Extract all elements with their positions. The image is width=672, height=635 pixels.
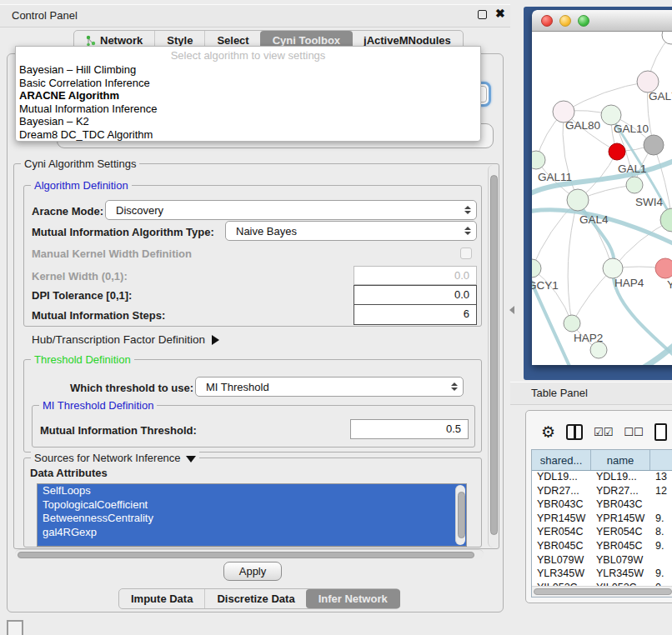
- table-cell: YBL079W: [532, 554, 591, 568]
- manual-kernel-width-checkbox[interactable]: [460, 248, 472, 259]
- tab-impute-data[interactable]: Impute Data: [119, 589, 204, 608]
- node-label-GAL1-label-node: GAL1: [618, 162, 647, 175]
- kernel-width-field[interactable]: 0.0: [354, 266, 477, 285]
- node-label-HAP4: HAP4: [614, 277, 644, 289]
- select-all-icon[interactable]: ☑☑: [594, 426, 613, 438]
- close-window-icon[interactable]: [541, 15, 553, 27]
- table-cell: YPR145W: [532, 512, 591, 527]
- dpi-tolerance-field[interactable]: 0.0: [354, 285, 477, 305]
- tab-discretize-data[interactable]: Discretize Data: [204, 589, 306, 608]
- tab-label: Network: [100, 34, 143, 47]
- mi-algorithm-type-combo[interactable]: Naive Bayes: [225, 221, 477, 241]
- tab-infer-network[interactable]: Infer Network: [306, 589, 400, 608]
- algorithm-popup-list: Bayesian – Hill ClimbingBasic Correlatio…: [16, 62, 480, 141]
- deselect-all-icon[interactable]: ☐☐: [624, 426, 643, 438]
- control-panel-title: Control Panel: [12, 9, 78, 22]
- close-panel-icon[interactable]: ✖: [495, 7, 505, 20]
- mi-algorithm-type-value: Naive Bayes: [236, 225, 297, 238]
- network-node-HAP4[interactable]: [603, 258, 623, 278]
- attribute-item[interactable]: SelfLoops: [38, 484, 466, 498]
- attribute-item[interactable]: TopologicalCoefficient: [38, 498, 466, 512]
- float-panel-icon[interactable]: [478, 10, 487, 19]
- table-cell: YDR27...: [532, 485, 591, 499]
- split-panel-icon[interactable]: [566, 424, 583, 440]
- table-cell: 13: [650, 471, 672, 485]
- network-node-GAL4[interactable]: [567, 189, 589, 211]
- table-row[interactable]: YBR045CYBR045C9.: [532, 540, 672, 554]
- table-cell: YDL19...: [591, 471, 650, 485]
- network-node-HAP2[interactable]: [564, 315, 580, 332]
- node-label-salmon-node: Y: [667, 278, 672, 291]
- mi-threshold-field[interactable]: 0.5: [350, 419, 469, 439]
- attribute-item[interactable]: BetweennessCentrality: [38, 512, 466, 526]
- mi-threshold-definition-title: MI Threshold Definition: [39, 399, 157, 412]
- node-table: shared...name YDL19...YDL19...13YDR27...…: [531, 449, 672, 598]
- settings-horizontal-scrollbar[interactable]: [15, 549, 484, 559]
- apply-button[interactable]: Apply: [223, 562, 282, 581]
- sources-title-text: Sources for Network Inference: [34, 452, 181, 464]
- algorithm-dropdown-popup: Select algorithm to view settings Bayesi…: [15, 46, 481, 142]
- attribute-item[interactable]: gal4RGexp: [38, 526, 466, 540]
- network-node-gray-node[interactable]: [644, 135, 664, 155]
- network-window-titlebar[interactable]: [532, 10, 672, 32]
- table-cell: YLR345W: [591, 568, 650, 582]
- network-node-GAL11[interactable]: [532, 151, 545, 169]
- network-node-salmon-node[interactable]: [655, 258, 672, 278]
- table-cell: YPR145W: [591, 512, 650, 527]
- table-horizontal-scrollbar[interactable]: [532, 586, 672, 597]
- node-label-GAL7: GAL7: [649, 90, 672, 102]
- aracne-mode-label: Aracne Mode:: [32, 205, 103, 218]
- table-cell: YER054C: [591, 526, 650, 540]
- mi-steps-label: Mutual Information Steps:: [32, 309, 165, 322]
- column-header[interactable]: [650, 450, 672, 470]
- network-node-big-green[interactable]: [660, 208, 672, 232]
- hub-definition-label: Hub/Transcription Factor Definition: [32, 333, 205, 346]
- file-icon[interactable]: [654, 423, 667, 441]
- node-label-GAL11: GAL11: [538, 171, 572, 183]
- network-node-red-node[interactable]: [609, 143, 625, 160]
- table-row[interactable]: YBR043CYBR043C: [532, 498, 672, 512]
- algorithm-option[interactable]: ARACNE Algorithm: [19, 89, 480, 102]
- which-threshold-combo[interactable]: MI Threshold: [195, 377, 464, 397]
- aracne-mode-combo[interactable]: Discovery: [105, 200, 477, 220]
- column-header[interactable]: name: [591, 450, 650, 470]
- panel-divider-handle[interactable]: [509, 306, 514, 314]
- minimize-window-icon[interactable]: [559, 15, 571, 27]
- algorithm-option[interactable]: Basic Correlation Inference: [19, 77, 480, 90]
- table-row[interactable]: YDL19...YDL19...13: [532, 471, 672, 485]
- network-node-bottom-partial[interactable]: [590, 342, 607, 358]
- network-edge-highlighted: [630, 333, 672, 365]
- network-node-SWI4[interactable]: [626, 177, 643, 193]
- algorithm-option[interactable]: Mutual Information Inference: [19, 102, 480, 116]
- scrollbar-thumb[interactable]: [534, 588, 672, 595]
- sources-title[interactable]: Sources for Network Inference: [31, 452, 199, 464]
- collapsed-panel-icon[interactable]: [7, 620, 23, 635]
- table-row[interactable]: YPR145WYPR145W9.: [532, 512, 672, 527]
- scrollbar-thumb[interactable]: [490, 175, 498, 535]
- node-label-GAL4: GAL4: [579, 213, 609, 226]
- table-cell: YBR043C: [591, 498, 650, 512]
- algorithm-option[interactable]: Dream8 DC_TDC Algorithm: [19, 128, 480, 142]
- table-row[interactable]: YDR27...YDR27...12: [532, 485, 672, 499]
- scrollbar-thumb[interactable]: [458, 492, 465, 538]
- apply-button-label: Apply: [239, 565, 267, 578]
- collapse-down-icon: [186, 456, 196, 462]
- table-row[interactable]: YER054CYER054C8.: [532, 526, 672, 540]
- attributes-vertical-scrollbar[interactable]: [455, 485, 465, 545]
- settings-vertical-scrollbar[interactable]: [488, 165, 499, 548]
- network-edge: [568, 200, 578, 323]
- data-attributes-label: Data Attributes: [30, 467, 108, 479]
- column-header[interactable]: shared...: [532, 450, 591, 470]
- network-canvas[interactable]: GAL7GAL80GAL10GAL1GAL11SWI4GAL4GCY1HAP4Y…: [532, 32, 672, 365]
- mi-steps-field[interactable]: 6: [354, 305, 477, 325]
- tab-label: Cyni Toolbox: [273, 34, 340, 47]
- table-row[interactable]: YBL079WYBL079W: [532, 554, 672, 568]
- scrollbar-thumb[interactable]: [18, 552, 474, 558]
- network-node-top-partial[interactable]: [662, 32, 672, 44]
- table-row[interactable]: YLR345WYLR345W9.: [532, 568, 672, 582]
- algorithm-option[interactable]: Bayesian – Hill Climbing: [19, 63, 480, 77]
- hub-definition-toggle[interactable]: Hub/Transcription Factor Definition: [32, 333, 219, 346]
- zoom-window-icon[interactable]: [578, 15, 589, 27]
- gear-icon[interactable]: ⚙: [541, 424, 555, 440]
- algorithm-option[interactable]: Bayesian – K2: [19, 115, 480, 128]
